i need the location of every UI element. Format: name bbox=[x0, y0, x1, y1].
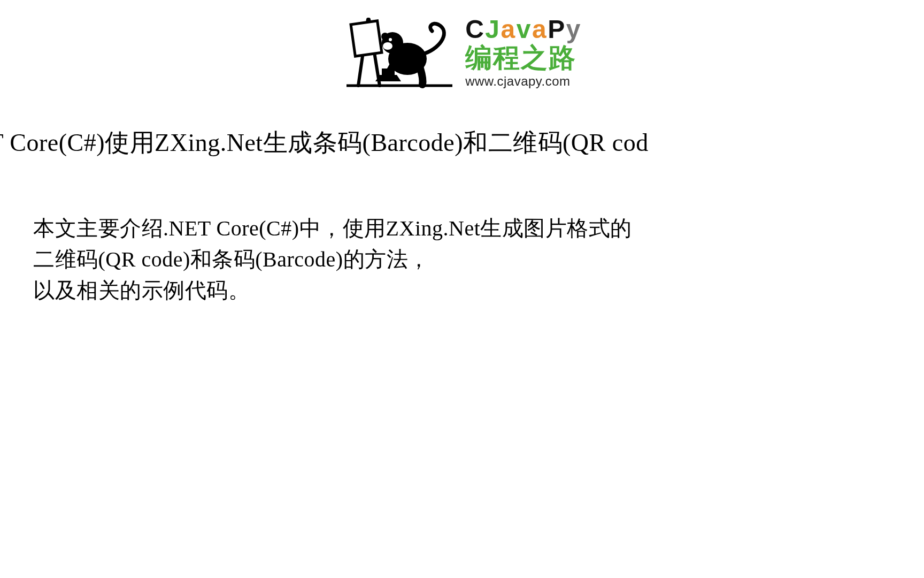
summary-line: 本文主要介绍.NET Core(C#)中，使用ZXing.Net生成图片格式的 bbox=[33, 213, 924, 244]
logo-block: C J a v a P y 编程之路 www.cjavapy.com bbox=[0, 0, 924, 90]
brand-name: C J a v a P y bbox=[465, 17, 581, 42]
brand-letter: a bbox=[532, 17, 546, 42]
title-wrap: ET Core(C#)使用ZXing.Net生成条码(Barcode)和二维码(… bbox=[0, 90, 924, 159]
monkey-logo-icon bbox=[343, 15, 456, 90]
summary-line: 以及相关的示例代码。 bbox=[33, 275, 924, 306]
article-summary: 本文主要介绍.NET Core(C#)中，使用ZXing.Net生成图片格式的 … bbox=[33, 213, 924, 306]
brand-url: www.cjavapy.com bbox=[465, 74, 570, 89]
svg-point-8 bbox=[389, 38, 392, 41]
svg-point-6 bbox=[381, 33, 389, 40]
brand-letter: P bbox=[548, 17, 565, 42]
svg-point-7 bbox=[383, 42, 392, 50]
document-page: C J a v a P y 编程之路 www.cjavapy.com ET Co… bbox=[0, 0, 924, 578]
svg-rect-9 bbox=[382, 69, 395, 76]
brand-letter: v bbox=[517, 17, 531, 42]
svg-rect-3 bbox=[351, 21, 382, 56]
brand-letter: a bbox=[501, 17, 515, 42]
brand-letter: y bbox=[566, 17, 581, 42]
article-title: ET Core(C#)使用ZXing.Net生成条码(Barcode)和二维码(… bbox=[0, 126, 897, 159]
summary-line: 二维码(QR code)和条码(Barcode)的方法， bbox=[33, 244, 924, 275]
brand-letter: C bbox=[465, 17, 484, 42]
brand-letter: J bbox=[485, 17, 499, 42]
brand-tagline: 编程之路 bbox=[465, 43, 576, 73]
logo-text-block: C J a v a P y 编程之路 www.cjavapy.com bbox=[465, 17, 581, 89]
